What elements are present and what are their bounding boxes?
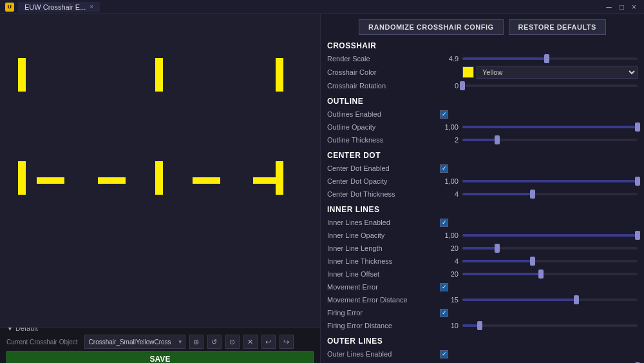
setting-row: Center Dot Thickness4 (327, 188, 638, 200)
slider-fill (462, 126, 638, 128)
slider-track[interactable] (462, 180, 638, 182)
tab-close-icon[interactable]: × (90, 3, 93, 10)
crosshair-line (18, 161, 26, 195)
setting-row: Inner Line Length20 (327, 242, 638, 254)
current-object-label: Current Crosshair Object (6, 338, 78, 346)
slider-track[interactable] (462, 260, 638, 262)
checkbox[interactable] (440, 309, 448, 317)
crosshair-line (193, 177, 220, 184)
slider-fill (462, 180, 638, 182)
crosshair-line (276, 161, 283, 195)
slider-track[interactable] (462, 57, 638, 60)
setting-row: Crosshair ColorYellow (327, 66, 638, 79)
setting-label: Outline Thickness (327, 136, 440, 144)
slider-track[interactable] (462, 234, 638, 237)
setting-label: Center Dot Enabled (327, 164, 440, 172)
setting-row: Firing Error (327, 307, 638, 319)
section-header: INNER LINES (327, 205, 638, 214)
setting-label: Movement Error Distance (327, 296, 440, 304)
bottom-controls: Current Crosshair Object Crosshair_Small… (6, 335, 314, 349)
crosshair-line (155, 58, 163, 92)
close-button[interactable]: × (629, 3, 639, 12)
icon-btn-6[interactable]: ↪ (279, 335, 294, 349)
slider-thumb[interactable] (460, 81, 465, 90)
setting-value: 2 (440, 136, 462, 144)
checkbox[interactable] (440, 164, 448, 173)
setting-value: 20 (440, 270, 462, 278)
setting-label: Inner Line Length (327, 244, 440, 252)
crosshair-line (37, 177, 64, 184)
slider-thumb[interactable] (635, 231, 640, 240)
slider-thumb[interactable] (635, 177, 640, 186)
checkbox[interactable] (440, 110, 448, 119)
icon-btn-2[interactable]: ↺ (207, 335, 222, 349)
setting-row: Movement Error (327, 281, 638, 293)
tab-label: EUW Crosshair E... (24, 3, 86, 11)
maximize-button[interactable]: □ (617, 3, 627, 12)
setting-value: 1,00 (440, 123, 462, 131)
bottom-bar: ▼ Default Current Crosshair Object Cross… (0, 328, 320, 363)
slider-thumb[interactable] (477, 321, 482, 330)
setting-label: Inner Lines Enabled (327, 219, 440, 226)
setting-label: Render Scale (327, 55, 440, 63)
title-bar: U EUW Crosshair E... × ─ □ × (0, 0, 644, 14)
setting-row: Outline Opacity1,00 (327, 121, 638, 133)
checkbox[interactable] (440, 283, 448, 291)
setting-label: Outline Opacity (327, 123, 440, 131)
slider-track[interactable] (462, 324, 638, 327)
checkbox[interactable] (440, 219, 448, 227)
restore-button[interactable]: RESTORE DEFAULTS (509, 19, 606, 35)
setting-label: Outlines Enabled (327, 110, 440, 118)
slider-track[interactable] (462, 273, 638, 275)
slider-thumb[interactable] (544, 54, 549, 63)
slider-fill (462, 260, 533, 262)
setting-row: Center Dot Opacity1,00 (327, 175, 638, 187)
setting-row: Crosshair Rotation0 (327, 80, 638, 92)
setting-row: Firing Error Distance10 (327, 320, 638, 331)
object-dropdown[interactable]: Crosshair_SmallYellowCross (84, 335, 185, 349)
setting-value: 10 (440, 322, 462, 329)
crosshair-preview (0, 14, 320, 328)
checkbox[interactable] (440, 350, 448, 358)
slider-thumb[interactable] (495, 244, 500, 253)
slider-track[interactable] (462, 139, 638, 141)
section-header: CENTER DOT (327, 151, 638, 160)
setting-row: Inner Line Offset20 (327, 268, 638, 280)
icon-btn-1[interactable]: ⊕ (189, 335, 204, 349)
icon-btn-3[interactable]: ⊙ (225, 335, 240, 349)
setting-row: Outlines Enabled (327, 108, 638, 120)
setting-label: Inner Line Thickness (327, 257, 440, 265)
settings-panel[interactable]: RANDOMIZE CROSSHAIR CONFIG RESTORE DEFAU… (321, 14, 644, 363)
slider-thumb[interactable] (574, 295, 579, 304)
setting-label: Outer Lines Enabled (327, 350, 440, 358)
window-controls: ─ □ × (603, 3, 639, 12)
slider-track[interactable] (462, 247, 638, 250)
slider-track[interactable] (462, 299, 638, 301)
save-button[interactable]: SAVE (6, 351, 314, 363)
slider-track[interactable] (462, 193, 638, 195)
setting-value: 4 (440, 190, 462, 198)
setting-row: Inner Line Thickness4 (327, 255, 638, 267)
slider-thumb[interactable] (635, 123, 640, 132)
slider-track[interactable] (462, 126, 638, 128)
slider-fill (462, 57, 547, 60)
color-swatch[interactable] (462, 66, 474, 78)
setting-value: 4.9 (440, 55, 462, 63)
icon-btn-4[interactable]: ✕ (243, 335, 258, 349)
slider-track[interactable] (462, 84, 638, 87)
color-dropdown[interactable]: Yellow (477, 66, 638, 79)
icon-btn-5[interactable]: ↩ (261, 335, 276, 349)
preview-panel: ▼ Default Current Crosshair Object Cross… (0, 14, 321, 363)
crosshair-line (155, 161, 163, 195)
slider-thumb[interactable] (530, 257, 535, 266)
top-buttons: RANDOMIZE CROSSHAIR CONFIG RESTORE DEFAU… (327, 19, 638, 35)
minimize-button[interactable]: ─ (603, 3, 614, 12)
slider-thumb[interactable] (538, 270, 544, 279)
setting-value: 0 (440, 82, 462, 90)
title-tab[interactable]: EUW Crosshair E... × (18, 2, 100, 12)
object-dropdown-wrapper[interactable]: Crosshair_SmallYellowCross (84, 335, 185, 349)
slider-thumb[interactable] (495, 135, 500, 144)
randomize-button[interactable]: RANDOMIZE CROSSHAIR CONFIG (359, 19, 504, 35)
setting-label: Firing Error Distance (327, 322, 440, 329)
slider-thumb[interactable] (530, 190, 535, 199)
